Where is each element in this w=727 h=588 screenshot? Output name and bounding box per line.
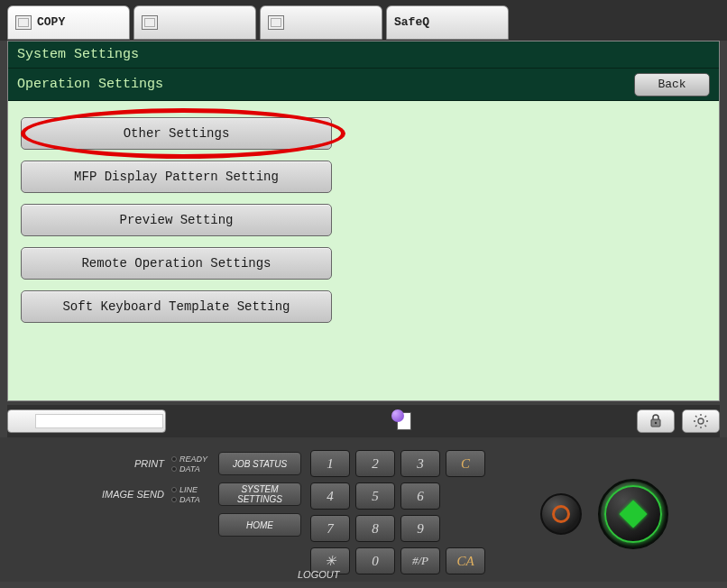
logout-label: LOGOUT	[298, 569, 339, 580]
key-9[interactable]: 9	[400, 515, 440, 542]
status-right	[637, 409, 720, 433]
stop-icon	[552, 505, 570, 523]
option-softkb[interactable]: Soft Keyboard Template Setting	[21, 290, 332, 323]
title-system-label: System Settings	[17, 47, 139, 62]
svg-line-7	[695, 416, 697, 418]
document-icon[interactable]	[390, 409, 413, 433]
option-softkb-label: Soft Keyboard Template Setting	[62, 299, 290, 314]
key-6[interactable]: 6	[400, 482, 440, 510]
print-led-group: READY DATA	[171, 455, 211, 473]
option-display-label: MFP Display Pattern Setting	[74, 170, 279, 184]
tab-copy[interactable]: COPY	[7, 5, 130, 40]
main-panel: System Settings Operation Settings Back …	[7, 41, 720, 401]
back-button[interactable]: Back	[634, 73, 710, 96]
svg-line-9	[695, 426, 697, 427]
hardware-panel: PRINT READY DATA JOB STATUS IMAGE SEND L…	[0, 437, 727, 582]
system-settings-label: SYSTEM SETTINGS	[219, 484, 300, 504]
led-data: DATA	[179, 464, 200, 473]
stop-button[interactable]	[540, 493, 582, 535]
label-print: PRINT	[94, 458, 164, 469]
label-imagesend: IMAGE SEND	[94, 489, 164, 500]
lock-button[interactable]	[637, 409, 675, 433]
key-4[interactable]: 4	[310, 482, 350, 510]
status-center	[173, 409, 630, 433]
title-system: System Settings	[8, 41, 719, 69]
key-1[interactable]: 1	[310, 450, 350, 477]
key-0[interactable]: 0	[355, 547, 395, 574]
tab-copy-label: COPY	[37, 15, 65, 29]
lock-icon	[649, 414, 662, 428]
hw-left: PRINT READY DATA JOB STATUS IMAGE SEND L…	[13, 446, 301, 582]
option-preview[interactable]: Preview Setting	[21, 204, 332, 236]
tab-safeq-label: SafeQ	[394, 15, 429, 29]
key-7[interactable]: 7	[310, 515, 350, 542]
option-display-pattern[interactable]: MFP Display Pattern Setting	[21, 161, 332, 193]
imagesend-led-group: LINE DATA	[171, 485, 211, 504]
copy-icon	[15, 15, 32, 30]
svg-line-8	[705, 426, 707, 427]
key-2[interactable]: 2	[355, 450, 395, 477]
stack-icon-2	[268, 15, 284, 30]
stack-icon	[142, 15, 158, 30]
numeric-keypad: 1 2 3 C 4 5 6 7 8 9 ✳ 0 #/P CA	[310, 446, 485, 582]
title-operation: Operation Settings Back	[8, 69, 719, 101]
system-settings-button[interactable]: SYSTEM SETTINGS	[218, 482, 301, 506]
svg-point-1	[655, 422, 657, 424]
svg-point-2	[698, 418, 704, 424]
tab-safeq[interactable]: SafeQ	[386, 5, 509, 40]
start-button[interactable]	[598, 479, 668, 549]
status-bar	[7, 405, 720, 437]
tab-3[interactable]	[260, 5, 382, 40]
led-data2: DATA	[179, 495, 200, 504]
key-ca[interactable]: CA	[446, 547, 485, 574]
top-tab-bar: COPY SafeQ	[0, 0, 727, 41]
led-ready: READY	[179, 455, 207, 464]
key-hash-p[interactable]: #/P	[400, 547, 440, 574]
svg-line-10	[705, 416, 707, 418]
status-info-inner	[35, 414, 163, 428]
option-remote[interactable]: Remote Operation Settings	[21, 247, 332, 280]
brightness-button[interactable]	[682, 409, 720, 433]
key-clear[interactable]: C	[446, 450, 485, 477]
options-area: Other Settings MFP Display Pattern Setti…	[8, 101, 719, 400]
back-button-label: Back	[658, 78, 686, 91]
led-line: LINE	[179, 485, 198, 494]
hw-right	[494, 446, 714, 582]
option-preview-label: Preview Setting	[119, 213, 233, 227]
title-operation-label: Operation Settings	[17, 77, 163, 92]
status-info-box[interactable]	[7, 409, 166, 433]
home-button[interactable]: HOME	[218, 513, 301, 537]
job-status-button[interactable]: JOB STATUS	[218, 452, 301, 475]
job-status-label: JOB STATUS	[233, 459, 287, 469]
home-label: HOME	[246, 520, 273, 530]
tab-2[interactable]	[133, 5, 256, 40]
key-3[interactable]: 3	[400, 450, 440, 477]
sun-icon	[693, 413, 709, 429]
option-other-settings[interactable]: Other Settings	[21, 117, 332, 150]
start-icon	[619, 500, 647, 528]
key-8[interactable]: 8	[355, 515, 395, 542]
option-other-label: Other Settings	[124, 126, 230, 141]
key-5[interactable]: 5	[355, 482, 395, 510]
option-remote-label: Remote Operation Settings	[81, 256, 271, 271]
